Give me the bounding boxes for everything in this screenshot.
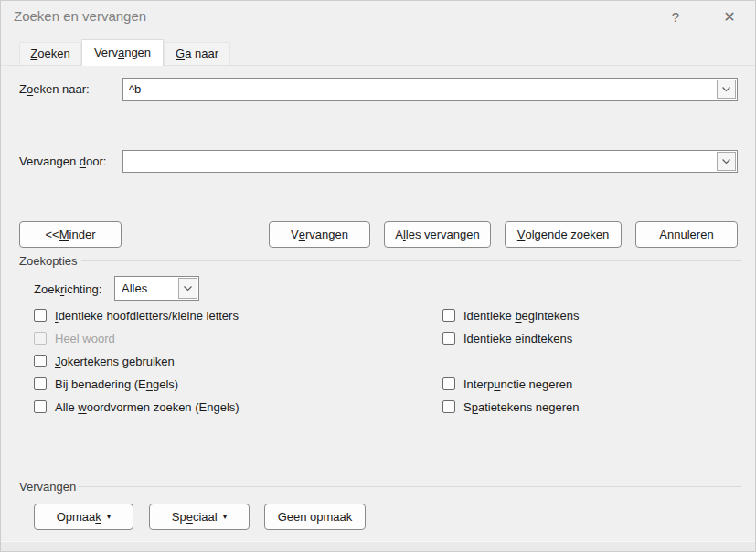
checkbox-box[interactable] bbox=[442, 309, 455, 322]
checkbox-box[interactable] bbox=[442, 377, 455, 390]
checkbox-identieke-eindtekens[interactable]: Identieke eindtekens bbox=[442, 331, 572, 345]
replace-combobox bbox=[122, 150, 738, 173]
close-icon[interactable]: ✕ bbox=[715, 4, 744, 29]
search-input[interactable] bbox=[123, 79, 737, 100]
minder-button[interactable]: << Minder bbox=[19, 221, 122, 248]
checkbox-identieke-hoofdletters[interactable]: Identieke hoofdletters/kleine letters bbox=[34, 308, 239, 323]
checkbox-spatietekens-negeren[interactable]: Spatietekens negeren bbox=[442, 399, 580, 414]
checkbox-heel-woord: Heel woord bbox=[34, 331, 115, 345]
help-icon[interactable]: ? bbox=[661, 4, 690, 29]
checkbox-label: Heel woord bbox=[55, 332, 115, 345]
checkbox-label: Identieke eindtekens bbox=[463, 332, 572, 345]
geen-opmaak-button: Geen opmaak bbox=[264, 504, 366, 530]
zoekrichting-select[interactable]: Alles bbox=[114, 276, 199, 301]
replace-input[interactable] bbox=[123, 151, 737, 172]
vervangen-button[interactable]: Vervangen bbox=[269, 221, 370, 248]
search-combobox bbox=[122, 78, 738, 101]
checkbox-jokertekens[interactable]: Jokertekens gebruiken bbox=[34, 354, 175, 368]
find-replace-dialog: Zoeken en vervangen ? ✕ Zoeken Vervangen… bbox=[0, 0, 756, 552]
chevron-down-icon bbox=[183, 285, 193, 292]
vervangen-group-label: Vervangen bbox=[19, 480, 76, 494]
tab-ga-naar[interactable]: Ga naar bbox=[164, 42, 230, 65]
speciaal-button[interactable]: Speciaal ▾ bbox=[149, 504, 250, 530]
search-label: Zoeken naar: bbox=[19, 82, 90, 96]
replace-label: Vervangen door: bbox=[19, 154, 106, 168]
checkbox-box[interactable] bbox=[34, 377, 47, 390]
dropdown-arrow-icon: ▾ bbox=[107, 513, 112, 521]
checkbox-box[interactable] bbox=[442, 400, 455, 413]
checkbox-label: Alle woordvormen zoeken (Engels) bbox=[55, 400, 240, 414]
checkbox-box[interactable] bbox=[34, 309, 47, 322]
chevron-down-icon bbox=[721, 86, 731, 92]
checkbox-label: Identieke hoofdletters/kleine letters bbox=[55, 309, 239, 323]
opmaak-button[interactable]: Opmaak ▾ bbox=[34, 504, 133, 530]
checkbox-box[interactable] bbox=[34, 400, 47, 413]
checkbox-interpunctie-negeren[interactable]: Interpunctie negeren bbox=[442, 377, 572, 391]
checkbox-identieke-begintekens[interactable]: Identieke begintekens bbox=[442, 308, 580, 323]
zoekopties-group-label: Zoekopties bbox=[19, 254, 78, 268]
dialog-bottom-strip bbox=[1, 541, 755, 551]
dropdown-arrow-icon: ▾ bbox=[223, 513, 228, 521]
chevron-down-icon bbox=[721, 158, 731, 165]
checkbox-label: Identieke begintekens bbox=[463, 309, 580, 323]
checkbox-alle-woordvormen[interactable]: Alle woordvormen zoeken (Engels) bbox=[34, 399, 240, 414]
search-dropdown-button[interactable] bbox=[717, 80, 736, 99]
checkbox-box[interactable] bbox=[34, 355, 47, 367]
vervangen-group-line bbox=[79, 486, 741, 487]
checkbox-bij-benadering[interactable]: Bij benadering (Engels) bbox=[34, 377, 178, 391]
checkbox-box[interactable] bbox=[442, 332, 455, 345]
tab-vervangen[interactable]: Vervangen bbox=[81, 39, 164, 66]
volgende-zoeken-button[interactable]: Volgende zoeken bbox=[505, 221, 622, 248]
alles-vervangen-button[interactable]: Alles vervangen bbox=[384, 221, 491, 248]
tab-zoeken[interactable]: Zoeken bbox=[19, 42, 81, 65]
zoekopties-group-line bbox=[81, 260, 741, 261]
checkbox-box bbox=[34, 332, 47, 345]
annuleren-button[interactable]: Annuleren bbox=[635, 221, 738, 248]
replace-dropdown-button[interactable] bbox=[717, 152, 736, 171]
checkbox-label: Bij benadering (Engels) bbox=[55, 377, 178, 391]
checkbox-label: Spatietekens negeren bbox=[463, 400, 580, 414]
zoekrichting-label: Zoekrichting: bbox=[34, 282, 101, 296]
checkbox-label: Jokertekens gebruiken bbox=[55, 355, 175, 368]
tab-strip: Zoeken Vervangen Ga naar bbox=[1, 40, 755, 66]
speciaal-button-label: Speciaal bbox=[172, 510, 218, 524]
dialog-title: Zoeken en vervangen bbox=[14, 8, 146, 24]
checkbox-label: Interpunctie negeren bbox=[463, 377, 572, 391]
zoekrichting-dropdown-button[interactable] bbox=[178, 278, 197, 299]
opmaak-button-label: Opmaak bbox=[57, 510, 101, 524]
zoekrichting-value: Alles bbox=[122, 281, 147, 295]
